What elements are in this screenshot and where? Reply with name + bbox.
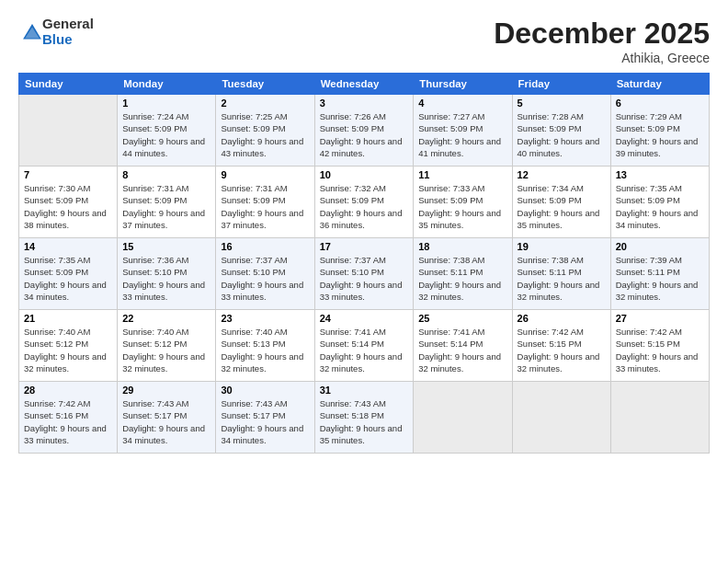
day-info: Sunrise: 7:38 AMSunset: 5:11 PMDaylight:… — [418, 254, 506, 303]
day-info: Sunrise: 7:28 AMSunset: 5:09 PMDaylight:… — [518, 110, 606, 159]
calendar-cell: 14Sunrise: 7:35 AMSunset: 5:09 PMDayligh… — [19, 238, 118, 310]
day-info: Sunrise: 7:32 AMSunset: 5:09 PMDaylight:… — [320, 182, 409, 231]
logo: General Blue — [18, 17, 94, 47]
calendar-cell: 31Sunrise: 7:43 AMSunset: 5:18 PMDayligh… — [314, 382, 414, 454]
calendar-cell: 6Sunrise: 7:29 AMSunset: 5:09 PMDaylight… — [610, 95, 709, 167]
header: General Blue December 2025 Athikia, Gree… — [18, 17, 710, 65]
calendar-cell — [414, 382, 512, 454]
calendar-cell: 3Sunrise: 7:26 AMSunset: 5:09 PMDaylight… — [314, 95, 414, 167]
day-info: Sunrise: 7:38 AMSunset: 5:11 PMDaylight:… — [518, 254, 606, 303]
day-number: 18 — [418, 241, 506, 252]
day-number: 30 — [221, 385, 309, 396]
logo-general: General — [42, 17, 94, 32]
header-thursday: Thursday — [414, 74, 512, 95]
day-number: 31 — [320, 385, 409, 396]
day-number: 10 — [320, 169, 409, 180]
day-info: Sunrise: 7:30 AMSunset: 5:09 PMDaylight:… — [24, 182, 112, 231]
calendar-cell: 30Sunrise: 7:43 AMSunset: 5:17 PMDayligh… — [216, 382, 314, 454]
day-number: 21 — [24, 313, 112, 324]
day-number: 16 — [221, 241, 309, 252]
header-friday: Friday — [512, 74, 610, 95]
day-info: Sunrise: 7:39 AMSunset: 5:11 PMDaylight:… — [616, 254, 704, 303]
day-number: 1 — [122, 98, 210, 109]
calendar-cell: 13Sunrise: 7:35 AMSunset: 5:09 PMDayligh… — [610, 167, 709, 238]
day-number: 25 — [418, 313, 506, 324]
day-number: 11 — [418, 169, 506, 180]
day-info: Sunrise: 7:37 AMSunset: 5:10 PMDaylight:… — [320, 254, 409, 303]
day-number: 28 — [24, 385, 112, 396]
day-info: Sunrise: 7:37 AMSunset: 5:10 PMDaylight:… — [221, 254, 309, 303]
day-info: Sunrise: 7:25 AMSunset: 5:09 PMDaylight:… — [221, 110, 309, 159]
day-number: 4 — [418, 98, 506, 109]
calendar-cell: 24Sunrise: 7:41 AMSunset: 5:14 PMDayligh… — [314, 310, 414, 382]
day-info: Sunrise: 7:34 AMSunset: 5:09 PMDaylight:… — [518, 182, 606, 231]
day-info: Sunrise: 7:24 AMSunset: 5:09 PMDaylight:… — [122, 110, 210, 159]
calendar-week-row: 1Sunrise: 7:24 AMSunset: 5:09 PMDaylight… — [19, 95, 710, 167]
calendar-table: SundayMondayTuesdayWednesdayThursdayFrid… — [18, 73, 710, 454]
month-title: December 2025 — [494, 17, 710, 51]
calendar-cell: 1Sunrise: 7:24 AMSunset: 5:09 PMDaylight… — [118, 95, 216, 167]
logo-blue: Blue — [42, 32, 94, 48]
calendar-cell: 7Sunrise: 7:30 AMSunset: 5:09 PMDaylight… — [19, 167, 118, 238]
calendar-cell: 10Sunrise: 7:32 AMSunset: 5:09 PMDayligh… — [314, 167, 414, 238]
page: General Blue December 2025 Athikia, Gree… — [0, 0, 728, 563]
day-number: 17 — [320, 241, 409, 252]
calendar-cell: 12Sunrise: 7:34 AMSunset: 5:09 PMDayligh… — [512, 167, 610, 238]
calendar-cell: 16Sunrise: 7:37 AMSunset: 5:10 PMDayligh… — [216, 238, 314, 310]
calendar-cell: 17Sunrise: 7:37 AMSunset: 5:10 PMDayligh… — [314, 238, 414, 310]
calendar-cell: 25Sunrise: 7:41 AMSunset: 5:14 PMDayligh… — [414, 310, 512, 382]
calendar-cell: 28Sunrise: 7:42 AMSunset: 5:16 PMDayligh… — [19, 382, 118, 454]
calendar-cell: 2Sunrise: 7:25 AMSunset: 5:09 PMDaylight… — [216, 95, 314, 167]
header-saturday: Saturday — [610, 74, 709, 95]
day-info: Sunrise: 7:29 AMSunset: 5:09 PMDaylight:… — [616, 110, 704, 159]
day-number: 29 — [122, 385, 210, 396]
day-info: Sunrise: 7:43 AMSunset: 5:17 PMDaylight:… — [122, 397, 210, 446]
calendar-cell: 4Sunrise: 7:27 AMSunset: 5:09 PMDaylight… — [414, 95, 512, 167]
calendar-week-row: 21Sunrise: 7:40 AMSunset: 5:12 PMDayligh… — [19, 310, 710, 382]
day-number: 20 — [616, 241, 704, 252]
day-number: 14 — [24, 241, 112, 252]
calendar-cell: 5Sunrise: 7:28 AMSunset: 5:09 PMDaylight… — [512, 95, 610, 167]
day-number: 13 — [616, 169, 704, 180]
header-sunday: Sunday — [19, 74, 118, 95]
day-info: Sunrise: 7:42 AMSunset: 5:15 PMDaylight:… — [518, 326, 606, 374]
day-info: Sunrise: 7:36 AMSunset: 5:10 PMDaylight:… — [122, 254, 210, 303]
day-info: Sunrise: 7:40 AMSunset: 5:13 PMDaylight:… — [221, 326, 309, 374]
day-info: Sunrise: 7:31 AMSunset: 5:09 PMDaylight:… — [122, 182, 210, 231]
day-info: Sunrise: 7:31 AMSunset: 5:09 PMDaylight:… — [221, 182, 309, 231]
calendar-week-row: 28Sunrise: 7:42 AMSunset: 5:16 PMDayligh… — [19, 382, 710, 454]
day-number: 7 — [24, 169, 112, 180]
calendar-cell: 29Sunrise: 7:43 AMSunset: 5:17 PMDayligh… — [118, 382, 216, 454]
title-block: December 2025 Athikia, Greece — [494, 17, 710, 65]
day-info: Sunrise: 7:40 AMSunset: 5:12 PMDaylight:… — [24, 326, 112, 374]
calendar-cell: 26Sunrise: 7:42 AMSunset: 5:15 PMDayligh… — [512, 310, 610, 382]
day-number: 23 — [221, 313, 309, 324]
day-number: 3 — [320, 98, 409, 109]
day-info: Sunrise: 7:35 AMSunset: 5:09 PMDaylight:… — [24, 254, 112, 303]
day-info: Sunrise: 7:26 AMSunset: 5:09 PMDaylight:… — [320, 110, 409, 159]
header-wednesday: Wednesday — [314, 74, 414, 95]
day-info: Sunrise: 7:35 AMSunset: 5:09 PMDaylight:… — [616, 182, 704, 231]
calendar-cell: 9Sunrise: 7:31 AMSunset: 5:09 PMDaylight… — [216, 167, 314, 238]
calendar-cell: 15Sunrise: 7:36 AMSunset: 5:10 PMDayligh… — [118, 238, 216, 310]
day-number: 24 — [320, 313, 409, 324]
calendar-cell: 20Sunrise: 7:39 AMSunset: 5:11 PMDayligh… — [610, 238, 709, 310]
day-number: 8 — [122, 169, 210, 180]
logo-icon — [22, 23, 42, 43]
day-number: 27 — [616, 313, 704, 324]
day-info: Sunrise: 7:40 AMSunset: 5:12 PMDaylight:… — [122, 326, 210, 374]
calendar-cell — [19, 95, 118, 167]
day-number: 2 — [221, 98, 309, 109]
calendar-week-row: 7Sunrise: 7:30 AMSunset: 5:09 PMDaylight… — [19, 167, 710, 238]
header-monday: Monday — [118, 74, 216, 95]
day-info: Sunrise: 7:42 AMSunset: 5:15 PMDaylight:… — [616, 326, 704, 374]
calendar-cell — [512, 382, 610, 454]
calendar-cell: 8Sunrise: 7:31 AMSunset: 5:09 PMDaylight… — [118, 167, 216, 238]
day-info: Sunrise: 7:33 AMSunset: 5:09 PMDaylight:… — [418, 182, 506, 231]
calendar-week-row: 14Sunrise: 7:35 AMSunset: 5:09 PMDayligh… — [19, 238, 710, 310]
day-number: 15 — [122, 241, 210, 252]
day-number: 22 — [122, 313, 210, 324]
calendar-cell: 11Sunrise: 7:33 AMSunset: 5:09 PMDayligh… — [414, 167, 512, 238]
day-info: Sunrise: 7:41 AMSunset: 5:14 PMDaylight:… — [320, 326, 409, 374]
calendar-cell — [610, 382, 709, 454]
